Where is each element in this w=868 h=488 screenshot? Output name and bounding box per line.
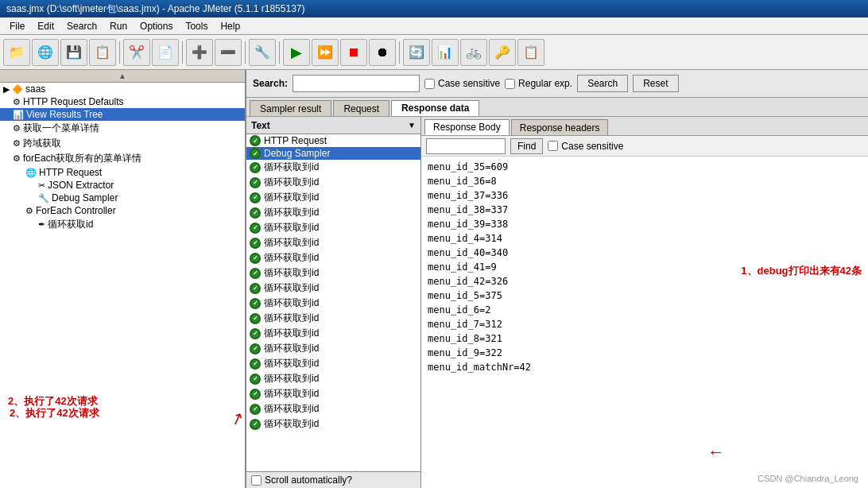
text-item-loop-4[interactable]: 循环获取到id: [246, 205, 420, 220]
btn-open[interactable]: 🌐: [32, 39, 59, 66]
text-item-loop-2[interactable]: 循环获取到id: [246, 175, 420, 190]
text-label-loop-8: 循环获取到id: [264, 266, 319, 280]
text-item-loop-3[interactable]: 循环获取到id: [246, 190, 420, 205]
btn-chart[interactable]: 📊: [432, 39, 459, 66]
text-item-debug-sampler[interactable]: Debug Sampler: [246, 147, 420, 160]
text-item-loop-5[interactable]: 循环获取到id: [246, 220, 420, 235]
text-item-loop-9[interactable]: 循环获取到id: [246, 281, 420, 296]
text-label-loop-10: 循环获取到id: [264, 296, 319, 310]
controller-icon-1: ⚙: [13, 153, 21, 164]
tree-item-foreach-menus[interactable]: ⚙ forEach获取所有的菜单详情: [0, 151, 245, 166]
regular-exp-checkbox[interactable]: [505, 79, 515, 89]
tree-item-http-request[interactable]: 🌐 HTTP Request: [0, 166, 245, 179]
btn-cut[interactable]: ✂️: [123, 39, 150, 66]
tree-label-json-extractor: JSON Extractor: [48, 180, 114, 191]
status-icon-loop-9: [250, 283, 261, 294]
text-item-loop-15[interactable]: 循环获取到id: [246, 371, 420, 386]
toolbar-sep-5: [399, 41, 400, 64]
response-line-10: menu_id_6=2: [428, 303, 862, 317]
text-item-loop-8[interactable]: 循环获取到id: [246, 265, 420, 281]
btn-new[interactable]: 📁: [3, 39, 30, 66]
status-icon-loop-11: [250, 313, 261, 324]
text-item-loop-13[interactable]: 循环获取到id: [246, 341, 420, 356]
btn-save[interactable]: 💾: [60, 39, 87, 66]
status-icon-loop-15: [250, 374, 261, 385]
text-item-loop-10[interactable]: 循环获取到id: [246, 296, 420, 311]
btn-copy[interactable]: 📋: [89, 39, 116, 66]
toolbar-sep-3: [245, 41, 246, 64]
find-case-sensitive-checkbox[interactable]: [548, 141, 558, 151]
text-item-loop-11[interactable]: 循环获取到id: [246, 311, 420, 326]
btn-run[interactable]: ▶: [283, 39, 310, 66]
text-item-loop-6[interactable]: 循环获取到id: [246, 235, 420, 250]
btn-clipboard[interactable]: 📋: [517, 39, 544, 66]
status-icon-loop-8: [250, 268, 261, 279]
btn-fastforward[interactable]: ⏩: [312, 39, 339, 66]
btn-refresh[interactable]: 🔄: [403, 39, 430, 66]
text-item-loop-17[interactable]: 循环获取到id: [246, 401, 420, 416]
tab-response-body[interactable]: Response Body: [424, 119, 510, 135]
tree-item-view-results[interactable]: 📊 View Results Tree: [0, 108, 245, 121]
text-label-loop-13: 循环获取到id: [264, 342, 319, 355]
btn-add[interactable]: ➕: [186, 39, 213, 66]
text-item-loop-16[interactable]: 循环获取到id: [246, 386, 420, 401]
tree-item-foreach-controller[interactable]: ⚙ ForEach Controller: [0, 204, 245, 217]
title-bar: saas.jmx (D:\soft\jmeter包\saas.jmx) - Ap…: [0, 0, 868, 17]
tab-response-data[interactable]: Response data: [391, 100, 479, 116]
sampler-icon-2: ⚙: [13, 138, 21, 149]
tab-response-headers[interactable]: Response headers: [511, 119, 609, 135]
tab-request[interactable]: Request: [333, 100, 389, 116]
tree-item-saas[interactable]: ▶ 🔶 saas: [0, 83, 245, 95]
tree-item-loop-get-id[interactable]: ✒ 循环获取id: [0, 217, 245, 232]
text-label-loop-3: 循环获取到id: [264, 191, 319, 204]
menu-edit[interactable]: Edit: [31, 19, 60, 33]
search-input[interactable]: [293, 75, 420, 92]
scroll-check: Scroll automatically?: [246, 471, 420, 488]
response-content[interactable]: menu_id_35=609 menu_id_36=8 menu_id_37=3…: [421, 157, 868, 488]
text-item-loop-1[interactable]: 循环获取到id: [246, 160, 420, 175]
tree-area[interactable]: ▶ 🔶 saas ⚙ HTTP Request Defaults 📊 View …: [0, 83, 245, 488]
status-icon-http: [250, 135, 261, 146]
extractor-icon: ✂: [38, 180, 45, 191]
btn-config[interactable]: 🔧: [249, 39, 276, 66]
btn-key[interactable]: 🔑: [489, 39, 516, 66]
status-icon-loop-16: [250, 389, 261, 400]
find-button[interactable]: Find: [510, 138, 543, 154]
menu-file[interactable]: File: [3, 19, 31, 33]
menu-run[interactable]: Run: [103, 19, 134, 33]
text-list[interactable]: HTTP Request Debug Sampler 循环获取到id: [246, 134, 420, 471]
sampler-icon-1: ⚙: [13, 123, 21, 134]
response-line-3: menu_id_38=337: [428, 203, 862, 217]
regular-exp-group: Regular exp.: [505, 78, 572, 89]
text-label-loop-18: 循环获取到id: [264, 417, 319, 431]
reset-button[interactable]: Reset: [633, 75, 678, 92]
btn-bike[interactable]: 🚲: [460, 39, 487, 66]
menu-search[interactable]: Search: [60, 19, 103, 33]
text-item-loop-7[interactable]: 循环获取到id: [246, 250, 420, 265]
case-sensitive-checkbox[interactable]: [424, 79, 435, 89]
tree-item-json-extractor[interactable]: ✂ JSON Extractor: [0, 179, 245, 192]
debug-icon: 🔧: [38, 193, 49, 203]
btn-stop[interactable]: ⏹: [340, 39, 367, 66]
scroll-checkbox[interactable]: [251, 475, 262, 486]
menu-tools[interactable]: Tools: [179, 19, 214, 33]
tree-item-cross-domain[interactable]: ⚙ 跨域获取: [0, 136, 245, 151]
btn-remove[interactable]: ➖: [215, 39, 242, 66]
text-item-loop-18[interactable]: 循环获取到id: [246, 416, 420, 432]
btn-record[interactable]: ⏺: [369, 39, 396, 66]
tree-item-debug-sampler-tree[interactable]: 🔧 Debug Sampler: [0, 192, 245, 204]
tree-item-http-defaults[interactable]: ⚙ HTTP Request Defaults: [0, 95, 245, 108]
find-bar: Find Case sensitive: [421, 136, 868, 157]
btn-paste[interactable]: 📄: [152, 39, 179, 66]
tree-item-get-menu[interactable]: ⚙ 获取一个菜单详情: [0, 121, 245, 136]
tree-label-debug-sampler-tree: Debug Sampler: [52, 192, 118, 203]
tab-sampler-result[interactable]: Sampler result: [250, 100, 331, 116]
text-item-loop-12[interactable]: 循环获取到id: [246, 326, 420, 341]
text-item-http-request[interactable]: HTTP Request: [246, 134, 420, 147]
text-item-loop-14[interactable]: 循环获取到id: [246, 356, 420, 371]
menu-help[interactable]: Help: [214, 19, 246, 33]
menu-options[interactable]: Options: [134, 19, 179, 33]
find-input[interactable]: [426, 138, 506, 154]
main-layout: ▲ ▶ 🔶 saas ⚙ HTTP Request Defaults 📊 Vie…: [0, 70, 868, 488]
search-button[interactable]: Search: [577, 75, 628, 92]
